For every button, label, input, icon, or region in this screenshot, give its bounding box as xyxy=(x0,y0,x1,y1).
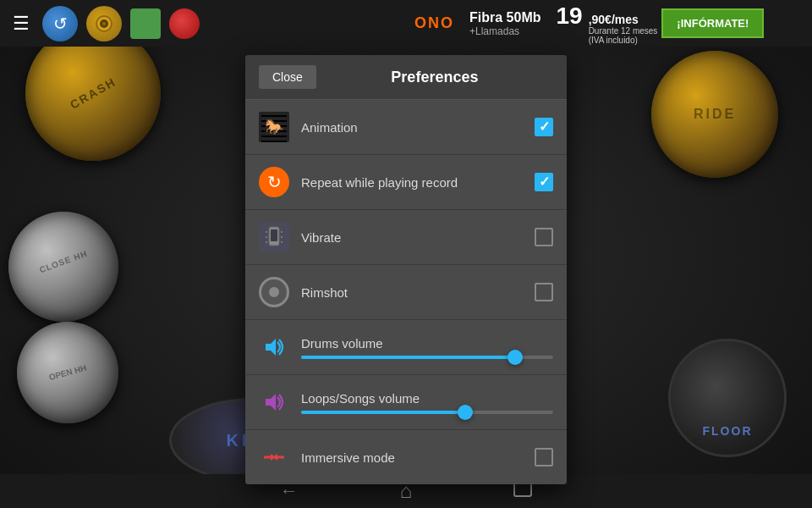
svg-marker-16 xyxy=(272,454,277,461)
drums-volume-icon xyxy=(259,332,289,362)
repeat-checkbox[interactable]: ✓ xyxy=(535,173,553,191)
dialog-header: Close Preferences xyxy=(245,55,567,100)
record-button[interactable] xyxy=(86,6,122,41)
animation-label: Animation xyxy=(301,120,523,135)
ad-price-note: Durante 12 meses xyxy=(589,26,658,36)
dialog-title: Preferences xyxy=(316,69,553,86)
pref-loops-volume: Loops/Songs volume xyxy=(245,375,567,430)
green-button[interactable] xyxy=(130,8,161,39)
refresh-button[interactable]: ↺ xyxy=(42,6,78,41)
drums-volume-slider-container: Drums volume xyxy=(301,336,553,359)
repeat-label: Repeat while playing record xyxy=(301,175,523,190)
pref-rimshot: Rimshot xyxy=(245,265,567,320)
loops-volume-thumb[interactable] xyxy=(458,405,473,420)
rimshot-checkbox[interactable] xyxy=(535,283,553,301)
ad-line2: +Llamadas xyxy=(469,25,540,37)
vibrate-icon xyxy=(259,222,289,252)
ad-text: Fibra 50Mb +Llamadas xyxy=(463,6,547,41)
loops-volume-icon xyxy=(259,387,289,417)
pref-immersive: Immersive mode xyxy=(245,430,567,484)
preferences-dialog: Close Preferences 🐎 Animation ✓ ↻ Repeat… xyxy=(245,55,567,484)
drums-volume-label: Drums volume xyxy=(301,336,553,351)
ad-line1: Fibra 50Mb xyxy=(469,10,540,25)
ad-cta-button[interactable]: ¡INFÓRMATE! xyxy=(661,8,764,38)
dialog-body: 🐎 Animation ✓ ↻ Repeat while playing rec… xyxy=(245,100,567,484)
svg-rect-4 xyxy=(271,229,277,241)
immersive-label: Immersive mode xyxy=(301,450,523,465)
repeat-icon: ↻ xyxy=(259,167,289,197)
svg-marker-11 xyxy=(266,339,276,356)
rimshot-label: Rimshot xyxy=(301,285,523,300)
rimshot-icon xyxy=(259,277,289,307)
svg-marker-12 xyxy=(266,394,276,411)
animation-checkbox[interactable]: ✓ xyxy=(535,118,553,136)
ad-price: 19 xyxy=(551,3,586,30)
loops-volume-label: Loops/Songs volume xyxy=(301,391,553,406)
loops-volume-fill xyxy=(301,411,465,414)
drums-volume-fill xyxy=(301,356,515,359)
ad-price-decimal: ,90€/mes xyxy=(589,13,658,26)
loops-volume-slider-container: Loops/Songs volume xyxy=(301,391,553,414)
animation-icon: 🐎 xyxy=(259,112,289,142)
pref-drums-volume: Drums volume xyxy=(245,320,567,375)
pref-repeat: ↻ Repeat while playing record ✓ xyxy=(245,155,567,210)
top-bar-left: ☰ ↺ xyxy=(0,6,208,41)
ad-logo: ONO xyxy=(406,10,463,36)
top-bar: ☰ ↺ ONO Fibra 50Mb +Llamadas 19 ,90€/mes… xyxy=(0,0,812,47)
vibrate-checkbox[interactable] xyxy=(535,228,553,246)
menu-icon[interactable]: ☰ xyxy=(8,8,34,39)
close-button[interactable]: Close xyxy=(259,65,316,89)
pref-vibrate: Vibrate xyxy=(245,210,567,265)
drums-volume-track xyxy=(301,356,553,359)
loops-volume-track xyxy=(301,411,553,414)
ad-banner: ONO Fibra 50Mb +Llamadas 19 ,90€/mes Dur… xyxy=(406,0,812,47)
vibrate-label: Vibrate xyxy=(301,230,523,245)
svg-point-2 xyxy=(102,22,106,25)
ad-price-note2: (IVA incluido) xyxy=(589,36,658,45)
immersive-icon xyxy=(259,442,289,472)
immersive-checkbox[interactable] xyxy=(535,448,553,467)
drums-volume-thumb[interactable] xyxy=(508,350,523,365)
pref-animation: 🐎 Animation ✓ xyxy=(245,100,567,155)
red-button[interactable] xyxy=(169,8,200,39)
dialog-overlay: Close Preferences 🐎 Animation ✓ ↻ Repeat… xyxy=(0,47,812,474)
